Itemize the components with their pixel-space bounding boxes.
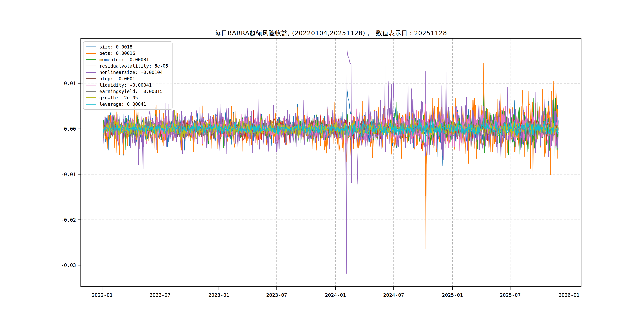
x-tick-label: 2025-07: [500, 292, 520, 298]
legend-swatch-line: [86, 85, 96, 86]
legend-swatch-line: [86, 46, 96, 47]
y-tick-label: 0.01: [64, 80, 76, 86]
y-tick-label: -0.02: [61, 217, 76, 223]
legend-label: earningsyield: -0.00015: [100, 89, 163, 94]
x-tick-label: 2024-01: [325, 292, 346, 298]
legend-label: btop: -0.0001: [100, 76, 135, 81]
legend-swatch-line: [86, 72, 96, 73]
legend-item-residualvolatility: residualvolatility: 6e-05: [86, 63, 168, 69]
legend-label: liquidity: -0.00041: [100, 82, 152, 88]
legend-label: growth: -2e-05: [100, 95, 138, 100]
chart-title: 每日BARRA超额风险收益, (20220104,20251128)， 数值表示…: [81, 29, 581, 37]
legend-swatch-line: [86, 91, 96, 92]
figure: 2022-012022-072023-012023-072024-012024-…: [0, 0, 644, 322]
x-tick-label: 2026-01: [558, 292, 580, 298]
legend-item-earningsyield: earningsyield: -0.00015: [86, 88, 168, 94]
legend-label: leverage: 0.00041: [100, 102, 146, 107]
legend-item-size: size: 0.0018: [86, 44, 168, 50]
legend-item-liquidity: liquidity: -0.00041: [86, 82, 168, 88]
legend-swatch-line: [86, 59, 96, 60]
legend-label: size: 0.0018: [100, 44, 132, 50]
x-tick-label: 2023-07: [266, 292, 287, 298]
legend-item-btop: btop: -0.0001: [86, 76, 168, 82]
x-tick-label: 2023-01: [208, 292, 229, 298]
legend-item-nonlinearsize: nonlinearsize: -0.00104: [86, 69, 168, 76]
x-tick-label: 2022-01: [92, 292, 112, 298]
legend-swatch-line: [86, 104, 96, 104]
legend-label: residualvolatility: 6e-05: [100, 64, 168, 68]
x-tick-label: 2022-07: [150, 292, 170, 298]
legend-swatch-line: [86, 66, 96, 66]
legend-item-leverage: leverage: 0.00041: [86, 101, 168, 107]
x-tick-label: 2025-01: [442, 292, 463, 298]
legend-item-beta: beta: 0.00016: [86, 50, 168, 56]
legend-swatch-line: [86, 53, 96, 54]
legend-swatch-line: [86, 98, 96, 98]
legend-label: momentum: -0.00081: [100, 57, 149, 62]
legend-label: nonlinearsize: -0.00104: [100, 70, 163, 75]
legend-item-momentum: momentum: -0.00081: [86, 56, 168, 63]
y-tick-label: 0.00: [64, 126, 76, 132]
y-tick-label: -0.03: [61, 262, 76, 268]
legend: size: 0.0018beta: 0.00016momentum: -0.00…: [83, 41, 172, 110]
y-tick-label: -0.01: [61, 172, 76, 177]
legend-label: beta: 0.00016: [100, 51, 135, 56]
x-tick-label: 2024-07: [383, 292, 404, 298]
legend-item-growth: growth: -2e-05: [86, 94, 168, 101]
legend-swatch-line: [86, 78, 96, 79]
